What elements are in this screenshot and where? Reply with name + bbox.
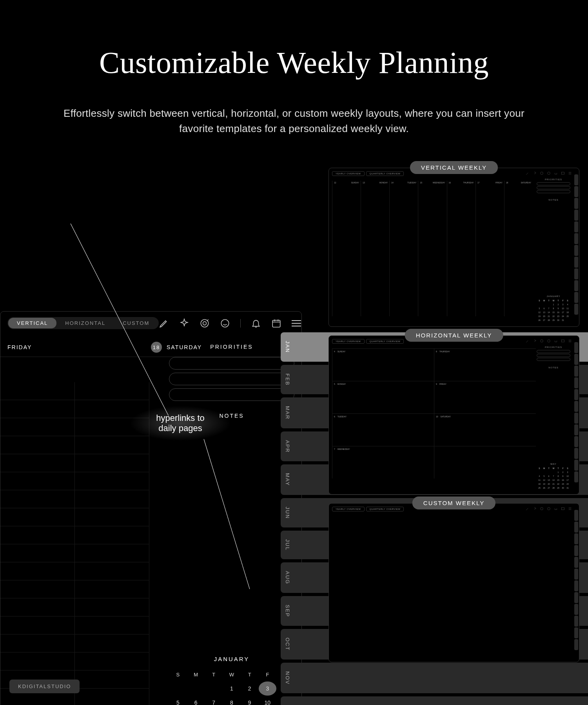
page-subtitle: Effortlessly switch between vertical, ho… (63, 106, 525, 136)
thumb-priorities-label: PRIORITIES (537, 178, 570, 181)
thumb-label-horizontal: HORIZONTAL WEEKLY (405, 329, 503, 342)
pencil-icon[interactable] (159, 318, 169, 328)
dow: M (187, 668, 205, 681)
svg-point-11 (548, 507, 550, 510)
thumb-tab[interactable]: QUARTERLY OVERVIEW (366, 507, 404, 511)
svg-point-8 (548, 340, 550, 343)
thumb-vertical: VERTICAL WEEKLY YEARLY OVERVIEW QUARTERL… (328, 168, 579, 327)
thumb-notes-label: NOTES (537, 366, 570, 369)
sparkle-icon[interactable] (179, 318, 189, 328)
layout-tab-group: VERTICAL HORIZONTAL CUSTOM (7, 317, 159, 329)
svg-point-4 (541, 172, 543, 175)
calendar-icon[interactable] (271, 318, 281, 328)
day-label-friday: FRIDAY (7, 344, 32, 350)
month-tab-dec[interactable]: DEC (281, 696, 588, 705)
hyperlink-callout: hyperlinks to daily pages (129, 406, 231, 441)
tab-vertical[interactable]: VERTICAL (8, 318, 56, 328)
thumb-minical-title: JANUARY (537, 295, 570, 297)
brand-badge: KDIGITALSTUDIO (9, 680, 80, 693)
svg-rect-12 (562, 507, 564, 510)
dow: S (169, 668, 187, 681)
smiley-icon[interactable] (220, 318, 230, 328)
thumb-horizontal: HORIZONTAL WEEKLY YEARLY OVERVIEW QUARTE… (328, 335, 579, 495)
cal-day[interactable]: 5 (169, 696, 187, 705)
priority-slot[interactable] (169, 357, 294, 370)
thumb-tab[interactable]: YEARLY OVERVIEW (332, 339, 365, 344)
thumb-toolbar (526, 171, 572, 175)
dow: F (259, 668, 277, 681)
svg-point-7 (541, 340, 543, 343)
cal-day-selected[interactable]: 3 (259, 681, 277, 696)
thumb-tab[interactable]: QUARTERLY OVERVIEW (366, 339, 404, 344)
day-date-badge[interactable]: 18 (151, 342, 162, 353)
priority-slot[interactable] (169, 388, 294, 401)
svg-point-5 (548, 172, 550, 175)
menu-icon[interactable] (292, 320, 301, 326)
cal-day[interactable]: 6 (187, 696, 205, 705)
tab-horizontal[interactable]: HORIZONTAL (56, 318, 114, 328)
thumb-toolbar (526, 339, 572, 343)
priority-slot[interactable] (169, 373, 294, 385)
svg-point-10 (541, 507, 543, 510)
mini-calendar: JANUARY SMTWTFS 1234 567891011 121314151… (169, 656, 294, 705)
thumb-priorities-label: PRIORITIES (537, 346, 570, 348)
priorities-heading: PRIORITIES (169, 344, 294, 350)
cal-day[interactable] (205, 681, 223, 696)
cal-day[interactable]: 8 (223, 696, 241, 705)
thumb-minical-title: MAY (537, 463, 570, 465)
page-title: Customizable Weekly Planning (0, 45, 588, 80)
svg-rect-9 (562, 340, 564, 342)
cal-day[interactable]: 7 (205, 696, 223, 705)
thumb-custom: CUSTOM WEEKLY YEARLY OVERVIEW QUARTERLY … (328, 503, 579, 662)
toolbar-divider (240, 319, 241, 328)
svg-point-1 (203, 321, 207, 325)
svg-rect-6 (562, 172, 564, 174)
dow: T (241, 668, 259, 681)
dow: W (223, 668, 241, 681)
cal-day[interactable]: 2 (241, 681, 259, 696)
cal-day[interactable]: 1 (223, 681, 241, 696)
thumb-tab[interactable]: YEARLY OVERVIEW (332, 507, 365, 511)
thumb-notes-label: NOTES (537, 199, 570, 201)
cal-day[interactable] (187, 681, 205, 696)
thumb-toolbar (526, 507, 572, 511)
target-icon[interactable] (200, 318, 210, 328)
dow: T (205, 668, 223, 681)
minical-month: JANUARY (169, 656, 294, 662)
thumb-tab[interactable]: YEARLY OVERVIEW (332, 171, 365, 176)
month-tab-nov[interactable]: NOV (281, 663, 588, 693)
thumb-tab[interactable]: QUARTERLY OVERVIEW (366, 171, 404, 176)
main-planner-panel: VERTICAL HORIZONTAL CUSTOM FRIDAY 18 SAT… (0, 311, 302, 705)
cal-day[interactable]: 9 (241, 696, 259, 705)
bell-icon[interactable] (251, 318, 261, 328)
svg-rect-3 (273, 320, 281, 327)
svg-point-2 (221, 319, 229, 327)
cal-day[interactable] (169, 681, 187, 696)
cal-day[interactable]: 10 (259, 696, 277, 705)
thumb-label-custom: CUSTOM WEEKLY (412, 497, 495, 509)
thumb-label-vertical: VERTICAL WEEKLY (410, 161, 498, 174)
hour-grid (0, 382, 149, 705)
